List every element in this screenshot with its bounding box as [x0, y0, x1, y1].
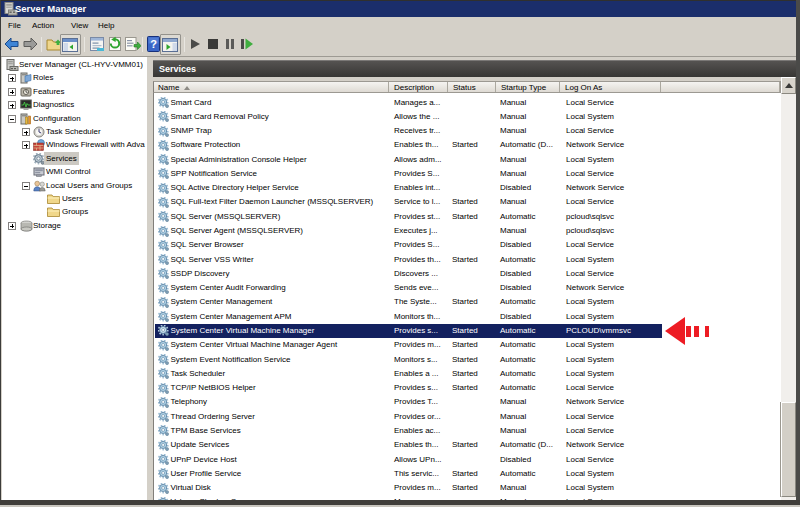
svg-text:?: ?	[150, 38, 157, 50]
